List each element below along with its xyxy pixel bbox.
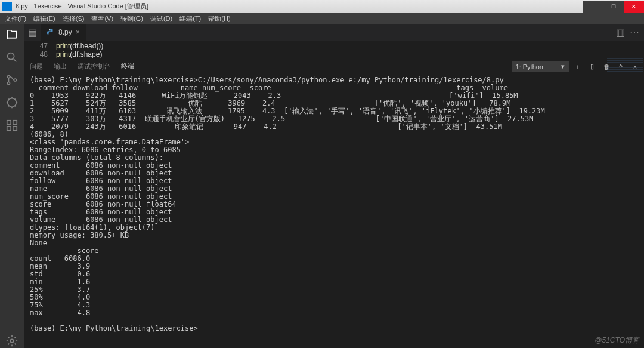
panel-tabbar: 问题 输出 调试控制台 终端 1: Python▾ + ▯ 🗑 ^ × xyxy=(24,60,644,73)
svg-rect-7 xyxy=(7,127,11,130)
window-minimize-button[interactable]: ─ xyxy=(583,1,603,13)
svg-point-1 xyxy=(7,75,10,78)
split-editor-icon[interactable]: ▥ xyxy=(616,27,625,38)
code-editor[interactable]: 47print(df.head()) 48print(df.shape) xyxy=(24,41,644,60)
window-titlebar: 8.py - 1exercise - Visual Studio Code [管… xyxy=(0,0,644,13)
menu-selection[interactable]: 选择(S) xyxy=(60,14,87,23)
terminal-output[interactable]: (base) E:\my_Python\training\1exercise>C… xyxy=(24,73,644,348)
menu-file[interactable]: 文件(F) xyxy=(2,14,29,23)
menu-view[interactable]: 查看(V) xyxy=(89,14,116,23)
minimap[interactable] xyxy=(607,58,643,74)
window-title: 8.py - 1exercise - Visual Studio Code [管… xyxy=(14,2,583,11)
menu-debug[interactable]: 调试(D) xyxy=(148,14,175,23)
window-maximize-button[interactable]: ☐ xyxy=(603,1,624,13)
editor-tabbar: ▤ 8.py × ▥ ⋯ xyxy=(24,24,644,41)
chevron-down-icon: ▾ xyxy=(561,63,565,70)
line-number: 47 xyxy=(24,42,56,50)
svg-point-2 xyxy=(7,82,10,84)
search-icon[interactable] xyxy=(5,50,19,64)
svg-rect-6 xyxy=(13,121,17,124)
window-close-button[interactable]: ✕ xyxy=(624,1,644,13)
panel-tab-terminal[interactable]: 终端 xyxy=(121,61,134,72)
svg-point-3 xyxy=(14,79,16,81)
explorer-icon[interactable] xyxy=(5,27,19,42)
source-control-icon[interactable] xyxy=(5,73,19,87)
new-terminal-button[interactable]: + xyxy=(572,61,583,72)
settings-gear-icon[interactable] xyxy=(5,334,19,348)
terminal-selector[interactable]: 1: Python▾ xyxy=(512,61,569,72)
panel-tab-problems[interactable]: 问题 xyxy=(30,62,43,71)
breadcrumb-toggle-icon[interactable]: ▤ xyxy=(24,24,41,41)
app-icon xyxy=(2,2,12,11)
panel-tab-output[interactable]: 输出 xyxy=(54,62,67,71)
more-actions-icon[interactable]: ⋯ xyxy=(630,27,639,38)
split-terminal-button[interactable]: ▯ xyxy=(587,61,597,72)
panel-tab-debugconsole[interactable]: 调试控制台 xyxy=(78,62,110,71)
menu-goto[interactable]: 转到(G) xyxy=(118,14,145,23)
svg-rect-5 xyxy=(7,121,11,124)
tab-filename: 8.py xyxy=(58,28,72,36)
python-file-icon xyxy=(47,28,55,36)
svg-rect-8 xyxy=(13,127,17,130)
menu-help[interactable]: 帮助(H) xyxy=(206,14,233,23)
line-number: 48 xyxy=(24,50,56,58)
svg-point-10 xyxy=(49,29,50,30)
svg-point-0 xyxy=(8,53,14,60)
tab-close-icon[interactable]: × xyxy=(76,28,80,36)
watermark: @51CTO博客 xyxy=(595,335,639,346)
menu-edit[interactable]: 编辑(E) xyxy=(31,14,58,23)
extensions-icon[interactable] xyxy=(5,118,19,133)
svg-point-9 xyxy=(10,339,14,343)
tab-8py[interactable]: 8.py × xyxy=(41,24,86,41)
activity-bar xyxy=(0,24,24,348)
menubar: 文件(F) 编辑(E) 选择(S) 查看(V) 转到(G) 调试(D) 终端(T… xyxy=(0,13,644,24)
menu-terminal[interactable]: 终端(T) xyxy=(177,14,203,23)
debug-icon[interactable] xyxy=(5,96,19,110)
